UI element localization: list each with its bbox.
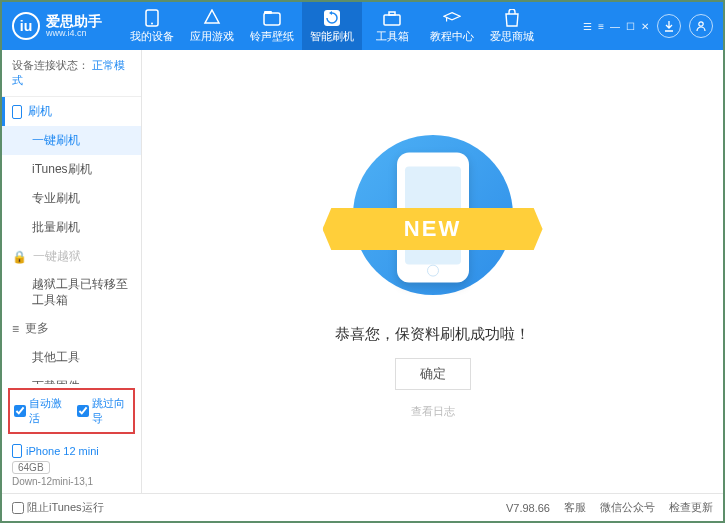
nav-ringtones[interactable]: 铃声壁纸	[242, 2, 302, 50]
nav-smart-flash[interactable]: 智能刷机	[302, 2, 362, 50]
hat-icon	[443, 9, 461, 27]
device-info[interactable]: iPhone 12 mini 64GB Down-12mini-13,1	[2, 438, 141, 493]
nav-label: 应用游戏	[190, 29, 234, 44]
device-download: Down-12mini-13,1	[12, 476, 131, 487]
sidebar: 设备连接状态： 正常模式 刷机 一键刷机 iTunes刷机 专业刷机 批量刷机 …	[2, 50, 142, 493]
apps-icon	[203, 9, 221, 27]
menu-icon: ≡	[12, 322, 19, 336]
account-button[interactable]	[689, 14, 713, 38]
options-highlight: 自动激活 跳过向导	[8, 388, 135, 434]
device-name: iPhone 12 mini	[12, 444, 131, 458]
download-button[interactable]	[657, 14, 681, 38]
app-title: 爱思助手	[46, 14, 102, 28]
app-logo: iu 爱思助手 www.i4.cn	[12, 12, 102, 40]
update-link[interactable]: 检查更新	[669, 500, 713, 515]
phone-icon	[12, 105, 22, 119]
window-controls: ☰ ≡ — ☐ ✕	[583, 14, 713, 38]
nav-tutorials[interactable]: 教程中心	[422, 2, 482, 50]
nav-apps-games[interactable]: 应用游戏	[182, 2, 242, 50]
toolbox-icon	[383, 9, 401, 27]
menu-icon[interactable]: ☰	[583, 21, 592, 32]
checkbox-block-itunes[interactable]: 阻止iTunes运行	[12, 500, 104, 515]
nav-store[interactable]: 爱思商城	[482, 2, 542, 50]
storage-badge: 64GB	[12, 461, 50, 474]
app-url: www.i4.cn	[46, 28, 102, 38]
phone-icon	[12, 444, 22, 458]
item-itunes-flash[interactable]: iTunes刷机	[2, 155, 141, 184]
close-icon[interactable]: ✕	[641, 21, 649, 32]
body: 设备连接状态： 正常模式 刷机 一键刷机 iTunes刷机 专业刷机 批量刷机 …	[2, 50, 723, 493]
auto-activate-input[interactable]	[14, 405, 26, 417]
lock-icon: 🔒	[12, 250, 27, 264]
success-message: 恭喜您，保资料刷机成功啦！	[335, 325, 530, 344]
nav-toolbox[interactable]: 工具箱	[362, 2, 422, 50]
item-download-firmware[interactable]: 下载固件	[2, 372, 141, 384]
svg-rect-2	[264, 13, 280, 25]
logo-icon: iu	[12, 12, 40, 40]
main-nav: 我的设备 应用游戏 铃声壁纸 智能刷机 工具箱 教程中心 爱思商城	[122, 2, 542, 50]
refresh-icon	[323, 9, 341, 27]
bag-icon	[503, 9, 521, 27]
maximize-icon[interactable]: ☐	[626, 21, 635, 32]
top-bar: iu 爱思助手 www.i4.cn 我的设备 应用游戏 铃声壁纸 智能刷机 工具…	[2, 2, 723, 50]
item-pro-flash[interactable]: 专业刷机	[2, 184, 141, 213]
svg-point-1	[151, 22, 153, 24]
connection-status: 设备连接状态： 正常模式	[2, 50, 141, 97]
item-oneclick-flash[interactable]: 一键刷机	[2, 126, 141, 155]
item-batch-flash[interactable]: 批量刷机	[2, 213, 141, 242]
nav-label: 铃声壁纸	[250, 29, 294, 44]
checkbox-skip-wizard[interactable]: 跳过向导	[77, 396, 130, 426]
illustration: NEW	[343, 125, 523, 305]
status-bar: 阻止iTunes运行 V7.98.66 客服 微信公众号 检查更新	[2, 493, 723, 521]
nav-my-device[interactable]: 我的设备	[122, 2, 182, 50]
minimize-icon[interactable]: —	[610, 21, 620, 32]
app-window: iu 爱思助手 www.i4.cn 我的设备 应用游戏 铃声壁纸 智能刷机 工具…	[0, 0, 725, 523]
nav-label: 爱思商城	[490, 29, 534, 44]
new-banner: NEW	[323, 208, 543, 250]
folder-icon	[263, 9, 281, 27]
svg-rect-5	[384, 15, 400, 25]
view-log-link[interactable]: 查看日志	[411, 404, 455, 419]
version-label: V7.98.66	[506, 502, 550, 514]
nav-label: 教程中心	[430, 29, 474, 44]
block-itunes-input[interactable]	[12, 502, 24, 514]
phone-icon	[143, 9, 161, 27]
section-flash[interactable]: 刷机	[2, 97, 141, 126]
ok-button[interactable]: 确定	[395, 358, 471, 390]
svg-rect-6	[389, 12, 395, 15]
pin-icon[interactable]: ≡	[598, 21, 604, 32]
wechat-link[interactable]: 微信公众号	[600, 500, 655, 515]
section-more[interactable]: ≡ 更多	[2, 314, 141, 343]
item-other-tools[interactable]: 其他工具	[2, 343, 141, 372]
item-jailbreak-moved[interactable]: 越狱工具已转移至工具箱	[2, 271, 141, 314]
svg-point-7	[699, 22, 703, 26]
main-content: NEW 恭喜您，保资料刷机成功啦！ 确定 查看日志	[142, 50, 723, 493]
svg-rect-3	[264, 11, 272, 14]
section-jailbreak[interactable]: 🔒 一键越狱	[2, 242, 141, 271]
skip-wizard-input[interactable]	[77, 405, 89, 417]
support-link[interactable]: 客服	[564, 500, 586, 515]
checkbox-auto-activate[interactable]: 自动激活	[14, 396, 67, 426]
nav-label: 智能刷机	[310, 29, 354, 44]
sidebar-tree: 刷机 一键刷机 iTunes刷机 专业刷机 批量刷机 🔒 一键越狱 越狱工具已转…	[2, 97, 141, 384]
nav-label: 我的设备	[130, 29, 174, 44]
nav-label: 工具箱	[376, 29, 409, 44]
